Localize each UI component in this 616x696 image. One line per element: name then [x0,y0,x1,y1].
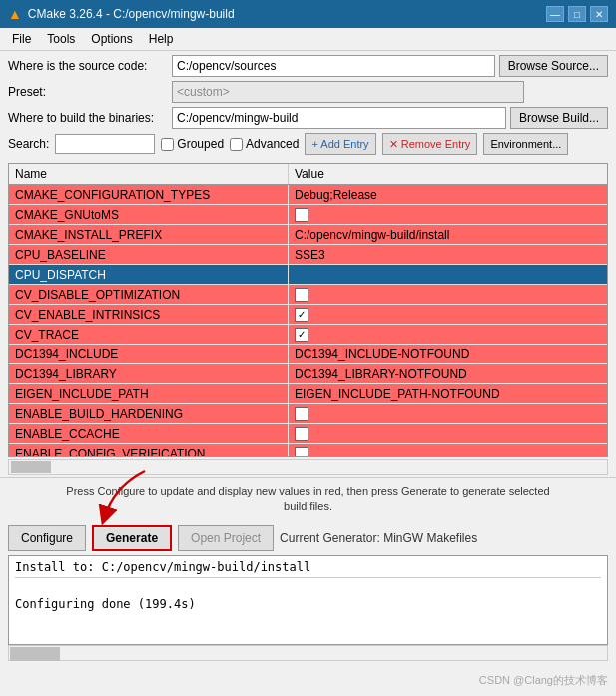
table-cell-value[interactable] [289,305,607,324]
app-icon: ▲ [8,6,22,22]
table-row[interactable]: ENABLE_CONFIG_VERIFICATION [9,444,607,457]
status-bar: Press Configure to update and display ne… [0,477,616,521]
table-row[interactable]: DC1394_INCLUDEDC1394_INCLUDE-NOTFOUND [9,345,607,364]
table-cell-name: CPU_BASELINE [9,245,289,264]
output-area[interactable]: Install to: C:/opencv/mingw-build/instal… [8,555,608,645]
table-cell-name: DC1394_INCLUDE [9,345,289,363]
title-bar: ▲ CMake 3.26.4 - C:/opencv/mingw-build —… [0,0,616,28]
value-header: Value [289,164,607,184]
table-container[interactable]: Name Value CMAKE_CONFIGURATION_TYPESDebu… [8,163,608,457]
table-cell-name: CV_ENABLE_INTRINSICS [9,305,289,324]
output-line-done: Configuring done (199.4s) [15,597,601,611]
table-cell-value [289,265,607,284]
open-project-button[interactable]: Open Project [178,525,274,551]
add-entry-button[interactable]: + Add Entry [305,133,375,155]
table-row[interactable]: ENABLE_CCACHE [9,424,607,444]
table-cell-value[interactable] [289,205,607,224]
preset-input: <custom> [172,81,524,103]
table-cell-value[interactable] [289,325,607,344]
table-cell-value: Debug;Release [289,185,607,204]
menu-file[interactable]: File [4,30,39,48]
table-cell-name: CV_TRACE [9,325,289,344]
grouped-checkbox[interactable] [161,138,174,151]
table-body: CMAKE_CONFIGURATION_TYPESDebug;ReleaseCM… [9,185,607,457]
table-row[interactable]: EIGEN_INCLUDE_PATHEIGEN_INCLUDE_PATH-NOT… [9,384,607,404]
table-row[interactable]: CMAKE_INSTALL_PREFIXC:/opencv/mingw-buil… [9,225,607,245]
environment-button[interactable]: Environment... [483,133,568,155]
output-line-blank [15,581,601,595]
table-row[interactable]: CMAKE_CONFIGURATION_TYPESDebug;Release [9,185,607,205]
output-divider [15,577,601,578]
table-cell-name: CMAKE_CONFIGURATION_TYPES [9,185,289,204]
table-cell-value: EIGEN_INCLUDE_PATH-NOTFOUND [289,384,607,403]
generate-button[interactable]: Generate [92,525,172,551]
table-cell-name: DC1394_LIBRARY [9,364,289,383]
table-cell-value: DC1394_INCLUDE-NOTFOUND [289,345,607,363]
table-cell-name: CMAKE_INSTALL_PREFIX [9,225,289,244]
build-input[interactable] [172,107,506,129]
table-cell-value[interactable] [289,424,607,443]
table-cell-name: CMAKE_GNUtoMS [9,205,289,224]
search-label: Search: [8,137,49,151]
table-cell-value: C:/opencv/mingw-build/install [289,225,607,244]
output-line-1: Install to: C:/opencv/mingw-build/instal… [15,560,601,574]
table-cell-value[interactable] [289,285,607,304]
table-row[interactable]: CMAKE_GNUtoMS [9,205,607,225]
table-header: Name Value [9,164,607,185]
menu-tools[interactable]: Tools [39,30,83,48]
source-input[interactable] [172,55,495,77]
minimize-button[interactable]: — [546,6,564,22]
table-row[interactable]: DC1394_LIBRARYDC1394_LIBRARY-NOTFOUND [9,364,607,384]
source-label: Where is the source code: [8,59,168,73]
table-row[interactable]: CV_ENABLE_INTRINSICS [9,305,607,325]
configure-button[interactable]: Configure [8,525,86,551]
form-area: Where is the source code: Browse Source.… [0,51,616,163]
browse-source-button[interactable]: Browse Source... [499,55,608,77]
menu-bar: File Tools Options Help [0,28,616,51]
title-text: CMake 3.26.4 - C:/opencv/mingw-build [28,7,235,21]
table-row[interactable]: ENABLE_BUILD_HARDENING [9,404,607,424]
app-window: ▲ CMake 3.26.4 - C:/opencv/mingw-build —… [0,0,616,696]
maximize-button[interactable]: □ [568,6,586,22]
table-row[interactable]: CPU_BASELINESSE3 [9,245,607,265]
menu-options[interactable]: Options [83,30,140,48]
remove-entry-button[interactable]: ✕ Remove Entry [382,133,478,155]
close-button[interactable]: ✕ [590,6,608,22]
table-cell-name: ENABLE_CCACHE [9,424,289,443]
table-cell-name: ENABLE_CONFIG_VERIFICATION [9,444,289,457]
search-input[interactable] [55,134,155,154]
advanced-checkbox[interactable] [230,138,243,151]
generator-label: Current Generator: MinGW Makefiles [280,531,477,545]
bottom-buttons: Configure Generate Open Project Current … [0,521,616,555]
table-row[interactable]: CV_DISABLE_OPTIMIZATION [9,285,607,305]
table-cell-name: EIGEN_INCLUDE_PATH [9,384,289,403]
table-cell-name: CPU_DISPATCH [9,265,289,284]
table-cell-value[interactable] [289,404,607,423]
menu-help[interactable]: Help [141,30,182,48]
name-header: Name [9,164,289,184]
build-label: Where to build the binaries: [8,111,168,125]
table-cell-value: SSE3 [289,245,607,264]
table-cell-value[interactable] [289,444,607,457]
table-row[interactable]: CPU_DISPATCH [9,265,607,285]
browse-build-button[interactable]: Browse Build... [510,107,608,129]
table-row[interactable]: CV_TRACE [9,325,607,345]
table-cell-name: CV_DISABLE_OPTIMIZATION [9,285,289,304]
preset-label: Preset: [8,85,168,99]
watermark: CSDN @Clang的技术博客 [479,673,608,688]
advanced-checkbox-label[interactable]: Advanced [230,137,299,151]
grouped-checkbox-label[interactable]: Grouped [161,137,224,151]
table-cell-value: DC1394_LIBRARY-NOTFOUND [289,364,607,383]
table-cell-name: ENABLE_BUILD_HARDENING [9,404,289,423]
